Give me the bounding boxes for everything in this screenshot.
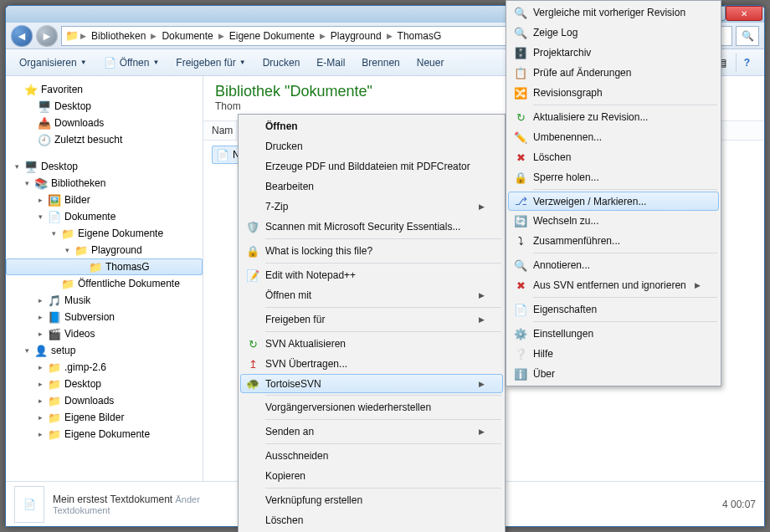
help-button[interactable]: ? xyxy=(736,54,757,72)
tree-recent[interactable]: 🕘Zuletzt besucht xyxy=(6,131,203,148)
folder-icon: 📁 xyxy=(48,394,61,407)
switch-icon: 🔄 xyxy=(511,212,530,230)
crumb-eigene-dokumente[interactable]: Eigene Dokumente xyxy=(226,30,318,42)
ctx-open-with[interactable]: Öffnen mit▶ xyxy=(240,285,503,305)
ctx-copy[interactable]: Kopieren xyxy=(240,466,503,486)
about-icon: ℹ️ xyxy=(511,365,530,383)
forward-button[interactable]: ► xyxy=(36,25,58,47)
crumb-thomasg[interactable]: ThomasG xyxy=(394,30,445,42)
print-button[interactable]: Drucken xyxy=(256,54,307,72)
tree-desktop2[interactable]: ▾🖥️Desktop xyxy=(6,158,203,175)
tree-thomasg[interactable]: 📁ThomasG xyxy=(6,258,203,275)
tree-own-pics[interactable]: ▸📁Eigene Bilder xyxy=(6,409,203,426)
ctx-share[interactable]: Freigeben für▶ xyxy=(240,309,503,330)
ctx-edit[interactable]: Bearbeiten xyxy=(240,176,503,197)
tree-downloads[interactable]: 📥Downloads xyxy=(6,115,203,131)
help-icon: ❔ xyxy=(511,345,530,363)
ctx-open[interactable]: Öffnen xyxy=(240,116,503,136)
search-icon: 🔍 xyxy=(742,30,754,42)
svn-revision-graph[interactable]: 🔀Revisionsgraph xyxy=(508,83,719,103)
svn-get-lock[interactable]: 🔒Sperre holen... xyxy=(508,167,719,187)
organize-button[interactable]: Organisieren▼ xyxy=(13,54,94,72)
svn-annotate[interactable]: 🔍Annotieren... xyxy=(508,255,719,275)
tree-documents[interactable]: ▾📄Dokumente xyxy=(6,208,203,225)
tree-public-docs[interactable]: 📁Öffentliche Dokumente xyxy=(6,275,203,292)
svn-update-to-revision[interactable]: ↻Aktualisiere zu Revision... xyxy=(508,107,719,127)
recent-icon: 🕘 xyxy=(38,133,51,146)
svn-repo-browser[interactable]: 🗄️Projektarchiv xyxy=(508,43,719,63)
share-button[interactable]: Freigeben für▼ xyxy=(169,54,252,72)
ctx-delete[interactable]: Löschen xyxy=(240,510,503,530)
tree-libraries[interactable]: ▾📚Bibliotheken xyxy=(6,175,203,192)
ctx-tortoisesvn[interactable]: 🐢TortoiseSVN▶ xyxy=(240,374,503,393)
close-button[interactable]: ✕ xyxy=(726,6,762,21)
svn-remove-ignore[interactable]: ✖Aus SVN entfernen und ignorieren▶ xyxy=(508,275,719,295)
videos-icon: 🎬 xyxy=(48,327,61,340)
folder-icon: 📁 xyxy=(48,361,61,374)
search-box[interactable]: 🔍 xyxy=(736,26,759,46)
ctx-pdfcreator[interactable]: Erzeuge PDF und Bilddateien mit PDFCreat… xyxy=(240,156,503,176)
tree-music[interactable]: ▸🎵Musik xyxy=(6,292,203,309)
tree-setup[interactable]: ▾👤setup xyxy=(6,342,203,359)
tree-desktop3[interactable]: ▸📁Desktop xyxy=(6,376,203,392)
ctx-scan[interactable]: 🛡️Scannen mit Microsoft Security Essenti… xyxy=(240,217,503,237)
tree-videos[interactable]: ▸🎬Videos xyxy=(6,325,203,342)
chevron-right-icon[interactable]: ▶ xyxy=(217,32,226,40)
tree-own-docs[interactable]: ▾📁Eigene Dokumente xyxy=(6,225,203,242)
chevron-right-icon[interactable]: ▶ xyxy=(149,32,158,40)
ctx-locking[interactable]: 🔒What is locking this file? xyxy=(240,241,503,261)
svn-folder-icon: 📁 xyxy=(89,260,102,274)
svn-branch-tag[interactable]: ⎇Verzweigen / Markieren... xyxy=(508,192,719,211)
open-button[interactable]: 📄Öffnen▼ xyxy=(97,54,167,72)
burn-button[interactable]: Brennen xyxy=(355,54,406,72)
open-icon: 📄 xyxy=(104,57,116,69)
chevron-right-icon[interactable]: ▶ xyxy=(79,32,88,40)
folder-icon: 📁 xyxy=(48,377,61,391)
ctx-cut[interactable]: Ausschneiden xyxy=(240,446,503,466)
tree-favorites[interactable]: ⭐Favoriten xyxy=(6,81,203,98)
col-name[interactable]: Nam xyxy=(203,121,237,140)
svn-commit-icon: ↥ xyxy=(244,355,262,373)
chevron-right-icon[interactable]: ▶ xyxy=(318,32,327,40)
tree-own-docs2[interactable]: ▸📁Eigene Dokumente xyxy=(6,426,203,442)
ctx-send-to[interactable]: Senden an▶ xyxy=(240,422,503,442)
svn-about[interactable]: ℹ️Über xyxy=(508,364,719,384)
svn-properties[interactable]: 📄Eigenschaften xyxy=(508,299,719,320)
tree-playground[interactable]: ▾📁Playground xyxy=(6,242,203,258)
svn-update-icon: ↻ xyxy=(244,335,262,353)
back-button[interactable]: ◄ xyxy=(11,25,33,47)
svn-settings[interactable]: ⚙️Einstellungen xyxy=(508,324,719,344)
tree-desktop[interactable]: 🖥️Desktop xyxy=(6,98,203,115)
ctx-svn-commit[interactable]: ↥SVN Übertragen... xyxy=(240,354,503,374)
annotate-icon: 🔍 xyxy=(511,256,530,274)
chevron-right-icon[interactable]: ▶ xyxy=(385,32,394,40)
crumb-playground[interactable]: Playground xyxy=(327,30,385,42)
svn-check-modifications[interactable]: 📋Prüfe auf Änderungen xyxy=(508,63,719,83)
crumb-bibliotheken[interactable]: Bibliotheken xyxy=(88,30,149,42)
ctx-print[interactable]: Drucken xyxy=(240,136,503,156)
svn-switch[interactable]: 🔄Wechseln zu... xyxy=(508,211,719,231)
ctx-prev-versions[interactable]: Vorgängerversionen wiederherstellen xyxy=(240,397,503,417)
svn-rename[interactable]: ✏️Umbenennen... xyxy=(508,127,719,147)
tree-gimp[interactable]: ▸📁.gimp-2.6 xyxy=(6,359,203,376)
new-button[interactable]: Neuer xyxy=(410,54,451,72)
svn-diff-prev[interactable]: 🔍Vergleiche mit vorheriger Revision xyxy=(508,3,719,23)
context-menu-main: Öffnen Drucken Erzeuge PDF und Bilddatei… xyxy=(238,114,506,532)
svn-help[interactable]: ❔Hilfe xyxy=(508,344,719,364)
details-type: Textdokument xyxy=(53,505,200,515)
email-button[interactable]: E-Mail xyxy=(310,54,352,72)
tortoise-icon: 🐢 xyxy=(244,375,262,393)
tree-pictures[interactable]: ▸🖼️Bilder xyxy=(6,192,203,208)
svn-merge[interactable]: ⤵Zusammenführen... xyxy=(508,231,719,251)
tree-downloads2[interactable]: ▸📁Downloads xyxy=(6,392,203,409)
ctx-svn-update[interactable]: ↻SVN Aktualisieren xyxy=(240,334,503,354)
details-date: 4 00:07 xyxy=(722,499,756,510)
crumb-dokumente[interactable]: Dokumente xyxy=(158,30,216,42)
ctx-7zip[interactable]: 7-Zip▶ xyxy=(240,197,503,217)
ctx-notepad[interactable]: 📝Edit with Notepad++ xyxy=(240,265,503,285)
svn-delete[interactable]: ✖Löschen xyxy=(508,147,719,167)
svn-show-log[interactable]: 🔍Zeige Log xyxy=(508,23,719,43)
check-icon: 📋 xyxy=(511,64,530,82)
tree-subversion[interactable]: ▸📘Subversion xyxy=(6,309,203,325)
ctx-shortcut[interactable]: Verknüpfung erstellen xyxy=(240,490,503,510)
